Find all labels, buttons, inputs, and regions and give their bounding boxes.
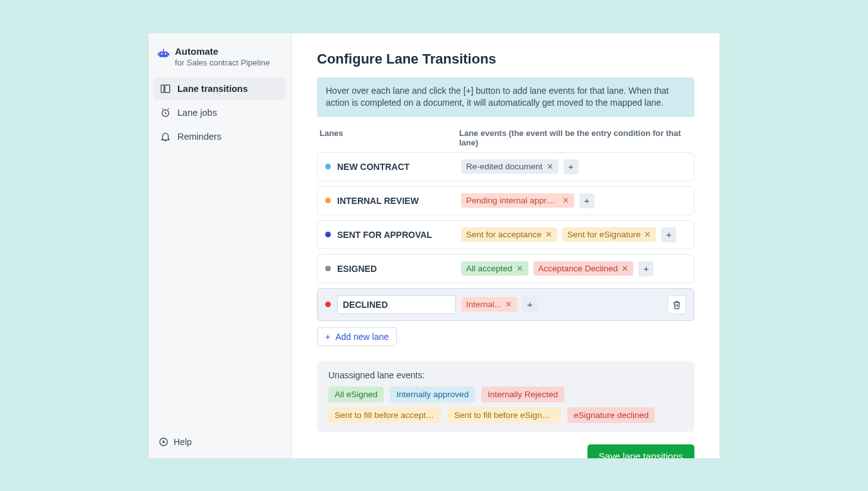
- footer-actions: Save lane tansitions: [317, 432, 694, 458]
- page-title: Configure Lane Transitions: [317, 51, 694, 67]
- lane-row[interactable]: INTERNAL REVIEWPending internal approval…: [317, 186, 694, 215]
- lane-color-dot: [325, 164, 331, 169]
- unassigned-event-chip[interactable]: Sent to fill before acceptance: [328, 407, 442, 423]
- svg-rect-2: [165, 53, 167, 55]
- unassigned-panel: Unassigned lane events: All eSignedInter…: [317, 361, 694, 432]
- add-event-button[interactable]: +: [638, 261, 654, 276]
- help-label: Help: [174, 437, 192, 447]
- unassigned-event-chip[interactable]: Sent to fill before eSignature: [448, 407, 561, 423]
- lane-name: INTERNAL REVIEW: [337, 193, 456, 208]
- brand-text: Automate for Sales contract Pipeline: [175, 46, 270, 67]
- unassigned-event-label: Internally approved: [396, 390, 469, 399]
- play-circle-icon: [159, 437, 169, 447]
- lane-color-dot: [325, 266, 331, 271]
- remove-chip-icon[interactable]: ✕: [644, 230, 651, 239]
- sidebar-nav: Lane transitionsLane jobsReminders: [153, 77, 286, 148]
- lane-name-wrap: SENT FOR APPROVAL: [325, 227, 456, 242]
- lane-events: All accepted✕Acceptance Declined✕+: [461, 261, 686, 276]
- remove-chip-icon[interactable]: ✕: [547, 162, 554, 171]
- event-chip-label: Acceptance Declined: [538, 264, 618, 273]
- event-chip-label: Sent for eSignature: [567, 230, 640, 239]
- event-chip[interactable]: Sent for eSignature✕: [562, 227, 656, 242]
- lane-color-dot: [325, 302, 331, 307]
- unassigned-event-chip[interactable]: All eSigned: [328, 387, 384, 402]
- sidebar: Automate for Sales contract Pipeline Lan…: [148, 33, 292, 458]
- event-chip-label: Re-edited document: [466, 162, 543, 171]
- lane-events: Internal...✕+: [461, 297, 662, 312]
- trash-icon: [672, 300, 682, 310]
- event-chip[interactable]: All accepted✕: [461, 261, 528, 276]
- add-event-button[interactable]: +: [661, 227, 676, 242]
- add-event-button[interactable]: +: [564, 159, 579, 174]
- delete-lane-button[interactable]: [667, 295, 686, 314]
- event-chip[interactable]: Pending internal approval✕: [461, 193, 574, 208]
- lane-row[interactable]: SENT FOR APPROVALSent for acceptance✕Sen…: [317, 220, 694, 249]
- lane-events: Pending internal approval✕+: [461, 193, 686, 208]
- sidebar-item-reminders[interactable]: Reminders: [153, 125, 286, 148]
- lane-name-wrap: ESIGNED: [325, 261, 456, 276]
- help-link[interactable]: Help: [153, 433, 286, 451]
- col-header-lanes: Lanes: [320, 128, 459, 147]
- event-chip-label: Pending internal approval: [466, 196, 559, 205]
- add-event-button[interactable]: +: [579, 193, 594, 208]
- lane-row[interactable]: NEW CONTRACTRe-edited document✕+: [317, 152, 694, 181]
- lane-name-wrap: INTERNAL REVIEW: [325, 193, 456, 208]
- lane-row[interactable]: ESIGNEDAll accepted✕Acceptance Declined✕…: [317, 254, 694, 283]
- remove-chip-icon[interactable]: ✕: [545, 230, 552, 239]
- add-lane-button[interactable]: + Add new lane: [317, 327, 397, 346]
- unassigned-event-label: Sent to fill before eSignature: [454, 410, 555, 420]
- lane-events: Re-edited document✕+: [461, 159, 686, 174]
- event-chip-label: All accepted: [466, 264, 513, 273]
- event-chip[interactable]: Internal...✕: [461, 297, 517, 312]
- event-chip-label: Sent for acceptance: [466, 230, 542, 239]
- lane-name: NEW CONTRACT: [337, 159, 456, 174]
- event-chip[interactable]: Sent for acceptance✕: [461, 227, 557, 242]
- sidebar-item-lane-transitions[interactable]: Lane transitions: [153, 77, 286, 100]
- svg-rect-5: [168, 53, 170, 55]
- unassigned-event-chip[interactable]: Internally Rejected: [481, 387, 564, 402]
- brand-title: Automate: [175, 46, 270, 57]
- unassigned-event-label: eSignature declined: [574, 410, 648, 420]
- lane-name: SENT FOR APPROVAL: [337, 227, 456, 242]
- remove-chip-icon[interactable]: ✕: [562, 196, 569, 205]
- lanes-list: NEW CONTRACTRe-edited document✕+INTERNAL…: [317, 152, 694, 321]
- save-button[interactable]: Save lane tansitions: [587, 444, 694, 458]
- brand-subtitle: for Sales contract Pipeline: [175, 58, 270, 67]
- sidebar-item-label: Lane jobs: [177, 108, 217, 118]
- lane-color-dot: [325, 198, 331, 203]
- sidebar-item-lane-jobs[interactable]: Lane jobs: [153, 101, 286, 124]
- unassigned-event-label: Internally Rejected: [487, 390, 558, 399]
- lanes-icon: [160, 83, 171, 94]
- lane-name-wrap: DECLINED: [325, 295, 456, 314]
- event-chip-label: Internal...: [466, 300, 501, 309]
- unassigned-event-label: All eSigned: [335, 390, 377, 399]
- sidebar-item-label: Reminders: [177, 132, 221, 142]
- remove-chip-icon[interactable]: ✕: [621, 264, 628, 273]
- svg-rect-7: [165, 85, 170, 93]
- event-chip[interactable]: Acceptance Declined✕: [533, 261, 634, 276]
- column-headers: Lanes Lane events (the event will be the…: [317, 128, 694, 147]
- bell-icon: [160, 131, 171, 142]
- remove-chip-icon[interactable]: ✕: [516, 264, 523, 273]
- remove-chip-icon[interactable]: ✕: [505, 300, 512, 309]
- svg-rect-1: [161, 53, 163, 55]
- lane-row[interactable]: DECLINEDInternal...✕+: [317, 288, 694, 321]
- unassigned-title: Unassigned lane events:: [328, 370, 683, 380]
- unassigned-chip-list: All eSignedInternally approvedInternally…: [328, 387, 683, 423]
- main-panel: Configure Lane Transitions Hover over ea…: [292, 33, 720, 458]
- svg-rect-6: [161, 85, 164, 93]
- event-chip[interactable]: Re-edited document✕: [461, 159, 559, 174]
- lane-name: ESIGNED: [337, 261, 456, 276]
- robot-icon: [157, 47, 170, 60]
- info-banner: Hover over each lane and click the [+] b…: [317, 77, 694, 117]
- add-event-button[interactable]: +: [522, 297, 537, 312]
- plus-icon: +: [325, 332, 330, 342]
- unassigned-event-chip[interactable]: Internally approved: [390, 387, 475, 402]
- svg-rect-3: [163, 48, 164, 51]
- svg-rect-4: [158, 53, 160, 55]
- brand: Automate for Sales contract Pipeline: [153, 46, 286, 77]
- sidebar-item-label: Lane transitions: [177, 84, 248, 94]
- lane-color-dot: [325, 232, 331, 237]
- unassigned-event-chip[interactable]: eSignature declined: [567, 407, 655, 423]
- lane-name[interactable]: DECLINED: [337, 295, 456, 314]
